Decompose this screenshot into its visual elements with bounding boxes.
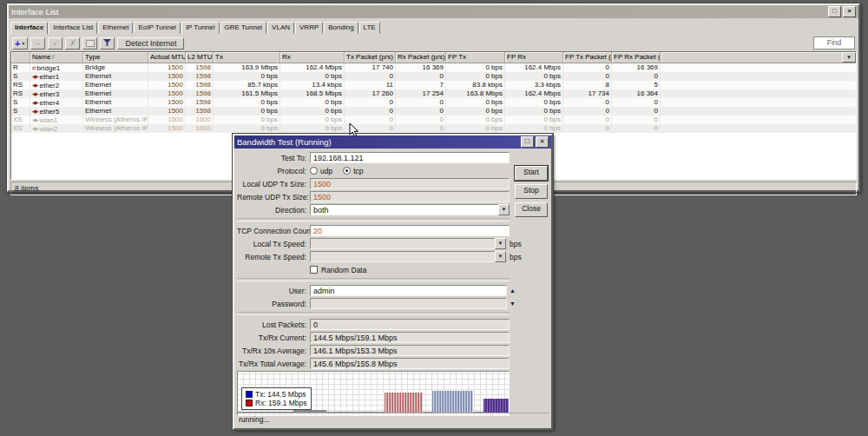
cell-flags: RS xyxy=(11,89,30,98)
radio-udp[interactable] xyxy=(310,167,318,175)
column-header-tx-packet-p-s[interactable]: Tx Packet (p/s) xyxy=(345,52,396,63)
column-header-name[interactable]: Name / xyxy=(30,52,83,63)
tab-vlan[interactable]: VLAN xyxy=(267,22,294,34)
start-button[interactable]: Start xyxy=(515,166,548,181)
column-header-type[interactable]: Type xyxy=(83,52,148,63)
tab-eoip-tunnel[interactable]: EoIP Tunnel xyxy=(134,22,180,34)
cell-fp-rx: 0 bps xyxy=(505,124,563,133)
cell-rx-packet-p-s: 17 254 xyxy=(396,89,446,98)
table-row[interactable]: XS◀▶wlan1Wireless (Atheros IPQ...1500160… xyxy=(11,116,856,124)
column-header-l2-mtu[interactable]: L2 MTU xyxy=(186,52,214,63)
column-header-rx[interactable]: Rx xyxy=(280,52,345,63)
column-header-actual-mtu[interactable]: Actual MTU xyxy=(148,52,186,63)
column-header-fp-tx-packet-p-s[interactable]: FP Tx Packet (p/s) xyxy=(563,52,612,63)
cell-flags: S xyxy=(11,72,30,81)
table-row[interactable]: R⇄bridge1Bridge15001598163.9 Mbps162.4 M… xyxy=(11,63,856,72)
header-filler xyxy=(661,52,842,63)
cell-fp-rx: 0 bps xyxy=(505,72,563,81)
interface-list-titlebar[interactable]: Interface List □ × xyxy=(9,5,858,18)
column-header-rx-packet-p-s[interactable]: Rx Packet (p/s) xyxy=(396,52,446,63)
cell-fp-rx: 3.3 kbps xyxy=(505,81,563,89)
cell-fp-rx: 0 bps xyxy=(505,98,563,107)
detect-internet-button[interactable]: Detect Internet xyxy=(117,37,184,50)
cell-l2-mtu: 1598 xyxy=(186,98,214,107)
tab-gre-tunnel[interactable]: GRE Tunnel xyxy=(220,22,267,34)
tab-interface-list[interactable]: Interface List xyxy=(49,22,97,34)
table-row[interactable]: RS◀▶ether2Ethernet1500159885.7 kbps13.4 … xyxy=(11,81,856,89)
stop-button[interactable]: Stop xyxy=(515,184,548,199)
tab-lte[interactable]: LTE xyxy=(359,22,380,34)
ether-icon: ◀▶ xyxy=(32,83,37,88)
tcp-connection-count-input[interactable] xyxy=(310,225,510,236)
cell-tx: 0 bps xyxy=(214,98,280,107)
column-picker-button[interactable]: ▼ xyxy=(842,52,856,63)
column-header-fp-rx[interactable]: FP Rx xyxy=(505,52,563,63)
tab-ethernet[interactable]: Ethernet xyxy=(98,22,133,34)
bandwidth-chart: Tx: 144.5 Mbps Rx: 159.1 Mbps xyxy=(237,371,510,416)
random-data-checkbox[interactable] xyxy=(310,266,318,274)
column-header-fp-rx-packet-p-s[interactable]: FP Rx Packet (p/s) xyxy=(612,52,661,63)
cell-flags: R xyxy=(11,63,30,72)
close-icon[interactable]: × xyxy=(536,136,549,148)
column-header-flags[interactable] xyxy=(11,52,30,63)
cell-tx: 163.9 Mbps xyxy=(214,63,280,72)
column-header-tx[interactable]: Tx xyxy=(214,52,280,63)
column-header-fp-tx[interactable]: FP Tx xyxy=(446,52,505,63)
cell-fp-tx-packet-p-s: 0 xyxy=(563,116,612,124)
remove-button[interactable]: − xyxy=(30,37,45,50)
close-button[interactable]: Close xyxy=(515,202,548,217)
table-row[interactable]: XS◀▶wlan2Wireless (Atheros IPQ...1500160… xyxy=(11,124,856,133)
cell-fp-tx: 0 bps xyxy=(446,63,505,72)
chart-burst xyxy=(483,399,510,413)
cell-tx-packet-p-s: 17 740 xyxy=(345,63,396,72)
remote-udp-tx-size-input xyxy=(310,191,510,202)
tab-bonding[interactable]: Bonding xyxy=(324,22,358,34)
remote-tx-speed-input xyxy=(310,251,495,262)
cell-l2-mtu: 1598 xyxy=(186,63,214,72)
cell-fp-tx-packet-p-s: 0 xyxy=(563,124,612,133)
user-input[interactable] xyxy=(310,285,507,296)
cell-fp-rx-packet-p-s: 16 364 xyxy=(612,89,661,98)
close-icon[interactable]: × xyxy=(843,6,856,17)
comment-icon xyxy=(86,40,95,47)
remote-tx-speed-label: Remote Tx Speed: xyxy=(237,253,310,261)
cell-fp-tx: 0 bps xyxy=(446,124,505,133)
cell-rx-packet-p-s: 7 xyxy=(396,81,446,89)
tab-ip-tunnel[interactable]: IP Tunnel xyxy=(181,22,220,34)
cell-l2-mtu: 1600 xyxy=(186,124,214,133)
cell-rx-packet-p-s: 16 369 xyxy=(396,63,446,72)
radio-tcp[interactable] xyxy=(343,167,351,175)
cell-tx-packet-p-s: 0 xyxy=(345,107,396,116)
maximize-icon[interactable]: □ xyxy=(828,6,841,17)
table-row[interactable]: S◀▶ether4Ethernet150015980 bps0 bps000 b… xyxy=(11,98,856,107)
tab-interface[interactable]: Interface xyxy=(10,22,48,35)
ether-icon: ◀▶ xyxy=(32,74,37,79)
cell-rx-packet-p-s: 0 xyxy=(396,98,446,107)
direction-select[interactable] xyxy=(310,204,498,215)
remote-tx-speed-dropdown-icon[interactable]: ▼ xyxy=(495,251,506,262)
cell-fp-tx-packet-p-s: 0 xyxy=(563,107,612,116)
cell-fp-rx-packet-p-s: 5 xyxy=(612,81,661,89)
bandwidth-test-titlebar[interactable]: Bandwidth Test (Running) □ × xyxy=(234,135,551,149)
table-row[interactable]: RS◀▶ether3Ethernet15001598161.5 Mbps168.… xyxy=(11,89,856,98)
cell-fp-rx-packet-p-s: 0 xyxy=(612,98,661,107)
filter-button[interactable] xyxy=(100,37,115,50)
find-button[interactable]: Find xyxy=(813,36,855,50)
tab-vrrp[interactable]: VRRP xyxy=(295,22,323,34)
cell-actual-mtu: 1500 xyxy=(148,72,186,81)
separator xyxy=(237,312,510,315)
table-row[interactable]: S◀▶ether5Ethernet150015980 bps0 bps000 b… xyxy=(11,107,856,116)
cell-fp-tx: 0 bps xyxy=(446,72,505,81)
add-button[interactable]: +▼ xyxy=(12,37,28,50)
enable-button[interactable]: ✓ xyxy=(48,37,62,50)
ether-icon: ◀▶ xyxy=(32,100,37,105)
local-tx-speed-dropdown-icon[interactable]: ▼ xyxy=(495,238,506,249)
test-to-input[interactable] xyxy=(310,152,510,163)
table-row[interactable]: S◀▶ether1Ethernet150015980 bps0 bps000 b… xyxy=(11,72,856,81)
table-body: R⇄bridge1Bridge15001598163.9 Mbps162.4 M… xyxy=(11,63,856,133)
disable-button[interactable]: ✗ xyxy=(65,37,80,50)
direction-dropdown-icon[interactable]: ▼ xyxy=(498,204,510,215)
maximize-icon[interactable]: □ xyxy=(521,136,534,148)
cell-flags: XS xyxy=(11,116,30,124)
comment-button[interactable] xyxy=(82,37,97,50)
